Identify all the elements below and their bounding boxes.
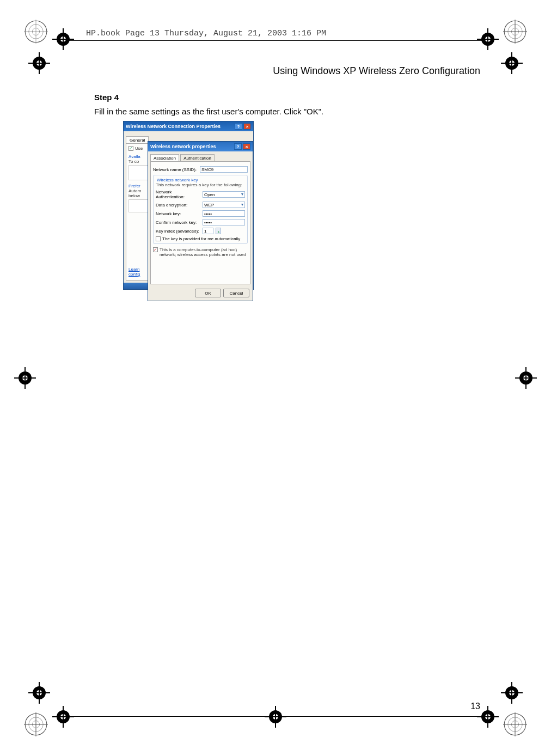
confirm-key-input[interactable]: ••••• <box>203 219 245 225</box>
print-header: HP.book Page 13 Thursday, August 21, 200… <box>86 29 326 38</box>
ssid-label: Network name (SSID): <box>153 167 198 172</box>
register-mark-icon <box>503 20 527 44</box>
key-label: Network key: <box>156 211 200 216</box>
adhoc-checkbox[interactable]: ✓ This is a computer-to-computer (ad hoc… <box>153 247 248 257</box>
crop-mark-icon <box>501 682 523 704</box>
tab-association[interactable]: Association <box>150 154 179 162</box>
close-icon[interactable]: × <box>243 143 250 150</box>
auto-key-label: The key is provided for me automatically <box>162 236 240 241</box>
key-index-spinner[interactable]: 1 <box>203 228 213 234</box>
use-label: Use <box>135 146 143 151</box>
auto-key-checkbox[interactable]: The key is provided for me automatically <box>156 236 245 241</box>
crop-mark-icon <box>28 52 50 74</box>
page-title: Using Windows XP Wireless Zero Configura… <box>273 65 480 77</box>
register-mark-icon <box>503 712 527 736</box>
tab-general[interactable]: General <box>126 136 149 144</box>
key-group-label: Wireless network key <box>156 178 199 182</box>
wireless-properties-dialog: Wireless network properties ? × Associat… <box>148 141 253 301</box>
close-icon[interactable]: × <box>243 123 251 130</box>
crop-mark-icon <box>477 28 499 50</box>
step-instruction: Fill in the same settings as the first u… <box>94 107 323 116</box>
page-number: 13 <box>470 702 480 711</box>
auth-select[interactable]: Open <box>203 191 245 198</box>
crop-mark-icon <box>477 706 499 728</box>
encryption-label: Data encryption: <box>156 203 200 208</box>
outer-title: Wireless Network Connection Properties <box>126 124 221 129</box>
encryption-select[interactable]: WEP <box>203 202 245 208</box>
crop-mark-icon <box>515 367 537 389</box>
footer-rule <box>68 716 483 717</box>
crop-mark-icon <box>52 28 74 50</box>
header-rule <box>68 40 483 41</box>
crop-mark-icon <box>14 367 36 389</box>
crop-mark-icon <box>52 706 74 728</box>
outer-titlebar[interactable]: Wireless Network Connection Properties ?… <box>124 121 253 131</box>
crop-mark-icon <box>265 706 286 728</box>
adhoc-label: This is a computer-to-computer (ad hoc) … <box>160 247 248 257</box>
auth-label: Network Authentication: <box>156 190 200 199</box>
wireless-connection-dialog: Wireless Network Connection Properties ?… <box>123 121 254 290</box>
crop-mark-icon <box>501 52 523 74</box>
learn-link[interactable]: Learn <box>128 267 139 272</box>
help-icon[interactable]: ? <box>234 143 242 150</box>
help-icon[interactable]: ? <box>235 123 242 130</box>
ssid-input[interactable]: SMC9 <box>200 166 248 173</box>
key-index-label: Key index (advanced): <box>156 229 200 234</box>
step-heading: Step 4 <box>94 93 119 102</box>
inner-titlebar[interactable]: Wireless network properties ? × <box>148 142 253 151</box>
inner-title: Wireless network properties <box>150 144 216 149</box>
tab-authentication[interactable]: Authentication <box>180 154 215 162</box>
ok-button[interactable]: OK <box>195 289 221 297</box>
config-link[interactable]: config <box>128 272 140 277</box>
spinner-buttons-icon[interactable]: ▴ <box>216 228 221 234</box>
crop-mark-icon <box>28 682 50 704</box>
confirm-key-label: Confirm network key: <box>156 220 200 225</box>
register-mark-icon <box>24 712 48 736</box>
register-mark-icon <box>24 20 48 44</box>
cancel-button[interactable]: Cancel <box>223 289 249 297</box>
key-group-note: This network requires a key for the foll… <box>156 182 245 187</box>
key-input[interactable]: ••••• <box>203 210 245 217</box>
